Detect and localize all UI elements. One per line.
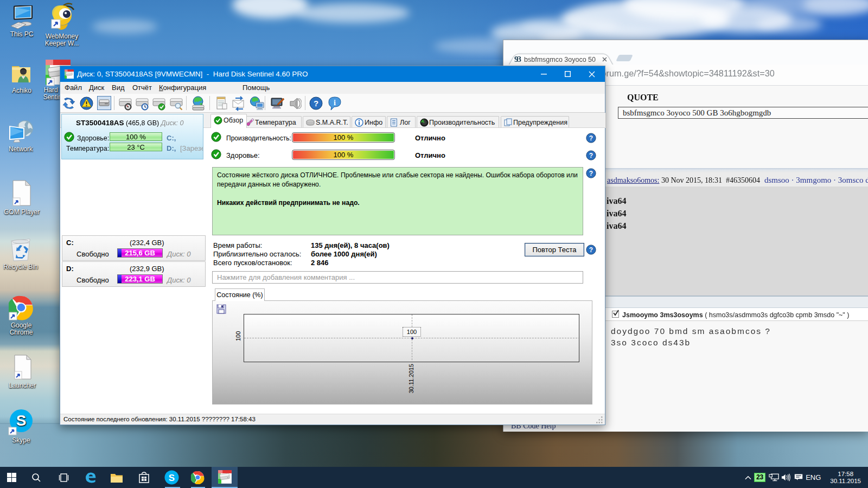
svg-text:?: ? [589, 246, 593, 254]
svg-text:?: ? [589, 152, 593, 159]
svg-text:S: S [16, 412, 27, 429]
svg-text:S: S [168, 473, 174, 483]
svg-text:i: i [334, 99, 336, 107]
svg-text:?: ? [589, 134, 593, 142]
svg-text:?: ? [589, 170, 593, 177]
svg-text:?: ? [314, 99, 318, 108]
